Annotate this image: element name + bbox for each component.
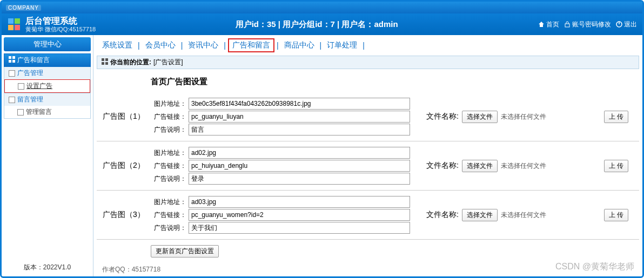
svg-rect-13 — [102, 62, 104, 65]
svg-rect-2 — [8, 25, 14, 30]
upload-button-1[interactable]: 上 传 — [604, 160, 628, 172]
footer-qq: 作者QQ：45157718 — [97, 263, 639, 273]
nav-item-2[interactable]: 资讯中心 — [185, 39, 222, 51]
sidebar-group-0[interactable]: 广告管理 — [4, 67, 90, 79]
no-file-text: 未选择任何文件 — [501, 112, 546, 121]
field-label-img: 图片地址： — [151, 198, 189, 207]
header: 后台管理系统 黄菊华 微信/QQ:45157718 用户id：35 | 用户分组… — [2, 13, 642, 35]
file-label: 文件名称: — [426, 112, 459, 121]
svg-rect-8 — [12, 56, 15, 59]
document-icon — [9, 97, 15, 103]
upload-button-2[interactable]: 上 传 — [604, 209, 628, 221]
sidebar-item-0-0[interactable]: 设置广告 — [4, 79, 90, 93]
sidebar: 管理中心 广告和留言 广告管理设置广告留言管理管理留言 版本：2022V1.0 — [2, 35, 93, 276]
ad-0-link-input[interactable] — [189, 111, 410, 123]
company-tag: COMPANY — [6, 5, 41, 11]
breadcrumb-label: 你当前的位置: — [110, 58, 151, 67]
nav-item-5[interactable]: 订单处理 — [324, 39, 360, 51]
field-label-link: 广告链接： — [151, 161, 189, 171]
ad-1-desc-input[interactable] — [189, 173, 410, 185]
no-file-text: 未选择任何文件 — [501, 211, 546, 220]
grid-icon — [9, 56, 15, 64]
change-password-link[interactable]: 账号密码修改 — [564, 20, 611, 29]
choose-file-button-2[interactable]: 选择文件 — [462, 209, 498, 221]
home-icon — [538, 21, 545, 28]
choose-file-button-0[interactable]: 选择文件 — [462, 111, 498, 123]
svg-rect-1 — [15, 18, 20, 24]
document-icon — [18, 83, 24, 90]
nav-item-3[interactable]: 广告和留言 — [228, 38, 274, 52]
svg-rect-4 — [565, 24, 569, 27]
header-title: 后台管理系统 黄菊华 微信/QQ:45157718 — [25, 16, 96, 33]
field-label-desc: 广告说明： — [151, 223, 189, 233]
breadcrumb-current: [广告设置] — [153, 58, 183, 67]
nav-item-4[interactable]: 商品中心 — [281, 39, 318, 51]
field-label-img: 图片地址： — [151, 99, 189, 109]
logo-icon — [7, 17, 21, 31]
breadcrumb: 你当前的位置: [广告设置] — [97, 56, 639, 69]
top-nav: 系统设置 | 会员中心 | 资讯中心 | 广告和留言 | 商品中心 | 订单处理… — [93, 35, 642, 56]
ad-0-img-input[interactable] — [189, 98, 410, 110]
svg-rect-7 — [9, 56, 11, 59]
svg-rect-9 — [9, 60, 11, 63]
user-info: 用户id：35 | 用户分组id：7 | 用户名：admin — [96, 19, 538, 30]
file-label: 文件名称: — [426, 161, 459, 171]
version-label: 版本：2022V1.0 — [4, 261, 91, 274]
app-subtitle: 黄菊华 微信/QQ:45157718 — [25, 26, 96, 33]
ad-block-0: 广告图（1）图片地址：广告链接：广告说明：文件名称:选择文件未选择任何文件上 传 — [97, 92, 639, 141]
document-icon — [17, 109, 24, 116]
svg-rect-10 — [12, 60, 15, 63]
svg-rect-11 — [102, 58, 104, 61]
document-icon — [9, 70, 15, 77]
field-label-desc: 广告说明： — [151, 174, 189, 184]
app-title: 后台管理系统 — [25, 16, 96, 26]
ad-1-link-input[interactable] — [189, 160, 410, 172]
ad-block-1: 广告图（2）图片地址：广告链接：广告说明：文件名称:选择文件未选择任何文件上 传 — [97, 141, 639, 191]
power-icon — [615, 21, 623, 28]
svg-rect-14 — [105, 62, 108, 65]
lock-icon — [564, 21, 571, 28]
ad-0-desc-input[interactable] — [189, 124, 410, 135]
submit-button[interactable]: 更新首页广告图设置 — [151, 245, 219, 257]
ad-label-2: 广告图（3） — [97, 210, 151, 220]
svg-rect-3 — [15, 25, 20, 30]
home-link[interactable]: 首页 — [538, 20, 559, 29]
choose-file-button-1[interactable]: 选择文件 — [462, 160, 498, 172]
sidebar-group-1[interactable]: 留言管理 — [4, 93, 90, 106]
ad-1-img-input[interactable] — [189, 147, 410, 159]
no-file-text: 未选择任何文件 — [501, 161, 546, 171]
ad-label-0: 广告图（1） — [97, 112, 151, 121]
sidebar-section-title: 广告和留言 — [4, 53, 91, 67]
logout-link[interactable]: 退出 — [615, 20, 637, 29]
ad-2-link-input[interactable] — [189, 209, 410, 221]
upload-button-0[interactable]: 上 传 — [604, 111, 628, 123]
grid-icon — [102, 58, 108, 66]
sidebar-title: 管理中心 — [4, 37, 91, 51]
ad-label-1: 广告图（2） — [97, 161, 151, 171]
form-title: 首页广告图设置 — [97, 72, 639, 92]
titlebar: COMPANY — [2, 2, 642, 13]
ad-2-desc-input[interactable] — [189, 222, 410, 234]
sidebar-item-1-0[interactable]: 管理留言 — [4, 106, 90, 118]
main: 系统设置 | 会员中心 | 资讯中心 | 广告和留言 | 商品中心 | 订单处理… — [93, 35, 642, 276]
ad-2-img-input[interactable] — [189, 196, 410, 208]
field-label-img: 图片地址： — [151, 148, 189, 158]
nav-item-0[interactable]: 系统设置 — [99, 39, 136, 51]
ad-block-2: 广告图（3）图片地址：广告链接：广告说明：文件名称:选择文件未选择任何文件上 传 — [97, 191, 639, 240]
nav-item-1[interactable]: 会员中心 — [142, 39, 179, 51]
svg-rect-0 — [8, 18, 14, 24]
field-label-link: 广告链接： — [151, 112, 189, 121]
field-label-link: 广告链接： — [151, 211, 189, 220]
field-label-desc: 广告说明： — [151, 125, 189, 134]
svg-rect-12 — [105, 58, 108, 61]
file-label: 文件名称: — [426, 210, 459, 220]
